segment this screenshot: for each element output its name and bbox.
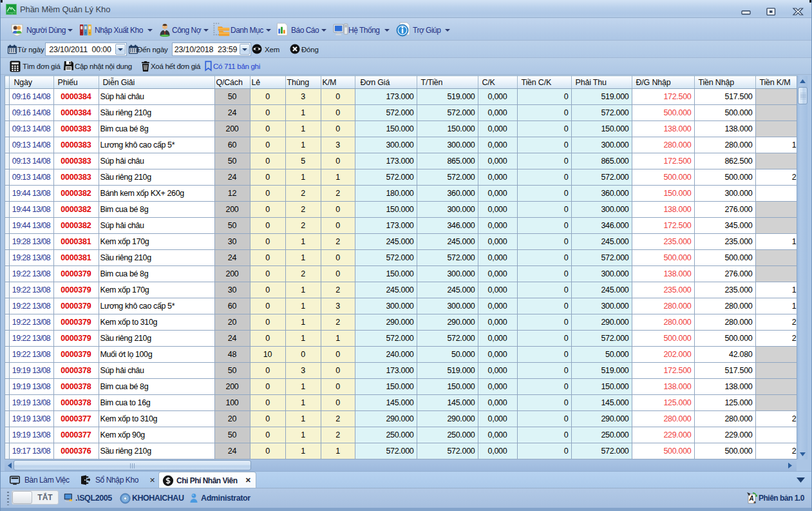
svg-text:TrungTin: TrungTin (6, 12, 15, 14)
svg-text:a: a (753, 500, 756, 504)
